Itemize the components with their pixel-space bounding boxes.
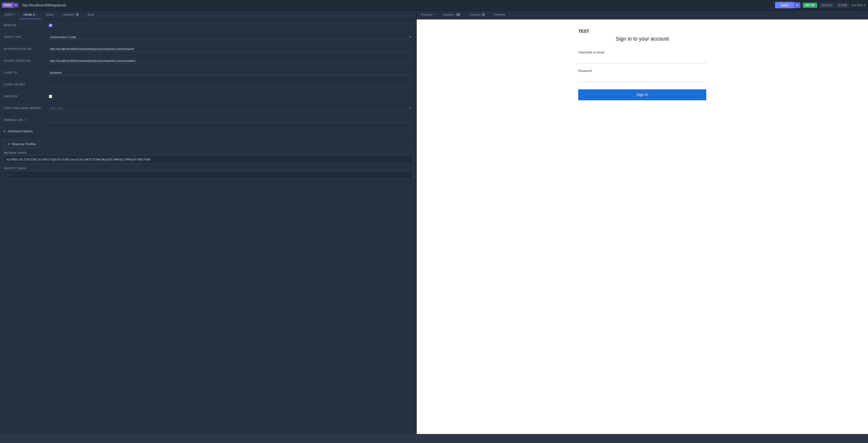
- tab-query[interactable]: Query: [41, 10, 58, 19]
- redirect-url-input[interactable]: [49, 118, 413, 123]
- oauth2-dropdown-arrow[interactable]: ▾: [36, 13, 37, 16]
- preview-dropdown-arrow[interactable]: ▾: [433, 13, 434, 16]
- username-label: Username or email: [578, 51, 706, 54]
- access-token-url-input[interactable]: [49, 59, 413, 63]
- enabled-row: ENABLED: [0, 20, 416, 31]
- login-card: TEST Sign in to your account Username or…: [578, 29, 706, 100]
- tab-timeline[interactable]: Timeline: [490, 10, 510, 19]
- test-header: TEST: [578, 29, 706, 34]
- sign-in-button[interactable]: Sign In: [578, 89, 706, 100]
- tab-cookies[interactable]: Cookies 1: [465, 10, 490, 19]
- right-content: TEST Sign in to your account Username or…: [417, 20, 868, 434]
- top-bar: POST ▼ Send ▼ 200 OK 16.4 ms 3.3 KB Just…: [0, 0, 868, 10]
- right-tab-bar: Preview ▾ Headers 12 Cookies 1 Timeline: [417, 10, 868, 20]
- timeline-btn-label: Response Timeline: [11, 143, 36, 146]
- enabled-label: ENABLED: [4, 24, 49, 27]
- headers-badge: 1: [75, 13, 79, 16]
- main-layout: JSON ▾ OAuth 2 ▾ Query Headers 1 Docs EN…: [0, 10, 868, 434]
- grant-type-row: GRANT TYPE Authorization Code ▼: [0, 31, 416, 43]
- use-pkce-checkbox[interactable]: [49, 95, 52, 98]
- client-secret-input[interactable]: [49, 82, 413, 87]
- refresh-token-value: eyJhbGciOiJIUzI1NiIsInR5cCIgOiAiSldUIiwi…: [4, 156, 413, 163]
- json-dropdown-arrow[interactable]: ▾: [14, 13, 15, 16]
- use-pkce-row: USE PKCE: [0, 91, 416, 102]
- auth-url-label: AUTHORIZATION URL: [4, 48, 49, 50]
- tab-oauth2[interactable]: OAuth 2 ▾: [19, 10, 41, 19]
- redirect-url-help-icon[interactable]: ?: [25, 119, 27, 122]
- enabled-checkbox[interactable]: [49, 24, 52, 27]
- refresh-token-section: REFRESH TOKEN eyJhbGciOiJIUzI1NiIsInR5cC…: [4, 152, 413, 163]
- client-id-input[interactable]: [49, 70, 413, 75]
- redirect-url-label: REDIRECT URL ?: [4, 119, 49, 122]
- response-section: ✳ Response Timeline REFRESH TOKEN eyJhbG…: [0, 136, 416, 183]
- code-challenge-value: SHA-256: [50, 106, 62, 110]
- refresh-token-label: REFRESH TOKEN: [4, 152, 413, 154]
- tab-response-headers[interactable]: Headers 12: [438, 10, 465, 19]
- code-challenge-chevron: ▼: [409, 107, 412, 109]
- identity-token-label: IDENTITY TOKEN: [4, 167, 413, 170]
- identity-token-value: n/a: [4, 171, 413, 179]
- response-headers-badge: 12: [456, 13, 461, 16]
- grant-type-select[interactable]: Authorization Code ▼: [49, 35, 413, 39]
- grant-type-label: GRANT TYPE: [4, 36, 49, 38]
- tab-json[interactable]: JSON ▾: [0, 10, 19, 19]
- response-size: 3.3 KB: [836, 3, 849, 8]
- access-token-url-label: ACCESS TOKEN URL: [4, 60, 49, 62]
- login-title: Sign in to your account: [578, 36, 706, 42]
- method-dropdown[interactable]: ▼: [13, 3, 19, 8]
- tab-preview[interactable]: Preview ▾: [417, 10, 438, 19]
- status-badge: 200 OK: [803, 3, 817, 8]
- left-tab-bar: JSON ▾ OAuth 2 ▾ Query Headers 1 Docs: [0, 10, 416, 20]
- code-challenge-select[interactable]: SHA-256 ▼: [49, 106, 413, 111]
- client-secret-row: CLIENT SECRET: [0, 79, 416, 91]
- auth-url-row: AUTHORIZATION URL: [0, 43, 416, 55]
- cookies-badge: 1: [482, 13, 485, 16]
- advanced-options-toggle[interactable]: ▶ Advanced Options: [4, 129, 413, 133]
- send-dropdown-button[interactable]: ▼: [794, 2, 800, 8]
- grant-type-chevron: ▼: [409, 36, 412, 38]
- grant-type-value: Authorization Code: [50, 35, 76, 39]
- use-pkce-label: USE PKCE: [4, 95, 49, 98]
- code-challenge-row: CODE CHALLENGE METHOD SHA-256 ▼: [0, 102, 416, 114]
- timestamp[interactable]: Just Now ▼: [851, 4, 866, 7]
- client-secret-label: CLIENT SECRET: [4, 83, 49, 86]
- right-panel: Preview ▾ Headers 12 Cookies 1 Timeline …: [417, 10, 868, 434]
- username-input[interactable]: [578, 56, 706, 63]
- left-panel: JSON ▾ OAuth 2 ▾ Query Headers 1 Docs EN…: [0, 10, 417, 434]
- identity-token-section: IDENTITY TOKEN n/a: [4, 167, 413, 179]
- redirect-url-row: REDIRECT URL ?: [0, 114, 416, 126]
- auth-url-input[interactable]: [49, 47, 413, 52]
- tab-headers[interactable]: Headers 1: [58, 10, 84, 19]
- advanced-section: ▶ Advanced Options: [0, 126, 416, 136]
- response-time: 16.4 ms: [819, 3, 834, 8]
- method-badge[interactable]: POST: [2, 3, 13, 8]
- code-challenge-label: CODE CHALLENGE METHOD: [4, 107, 49, 109]
- access-token-url-row: ACCESS TOKEN URL: [0, 55, 416, 67]
- advanced-toggle-arrow: ▶: [4, 130, 6, 133]
- client-id-label: CLIENT ID: [4, 71, 49, 74]
- send-button[interactable]: Send: [775, 2, 794, 8]
- advanced-options-label: Advanced Options: [8, 129, 33, 133]
- tab-docs[interactable]: Docs: [83, 10, 99, 19]
- response-timeline-button[interactable]: ✳ Response Timeline: [4, 140, 40, 148]
- timeline-icon: ✳: [8, 143, 10, 146]
- password-input[interactable]: [578, 74, 706, 82]
- url-input[interactable]: [21, 2, 775, 8]
- password-label: Password: [578, 69, 706, 72]
- client-id-row: CLIENT ID: [0, 67, 416, 79]
